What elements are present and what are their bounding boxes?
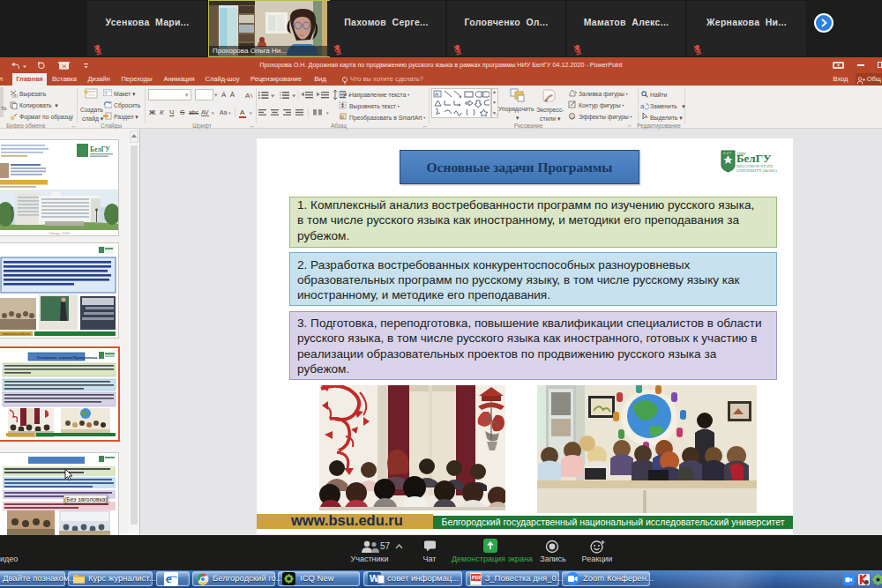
svg-text:www.bsu.edu.ru: www.bsu.edu.ru: [2, 331, 30, 336]
svg-text:а: а: [640, 102, 645, 110]
svg-text:Основные задачи Программы: Основные задачи Программы: [37, 355, 97, 360]
svg-text:UNIVERSITY (BelSU): UNIVERSITY (BelSU): [736, 168, 777, 173]
svg-text:A: A: [435, 92, 438, 97]
svg-text:БелГУ: БелГУ: [736, 152, 772, 165]
svg-text:БелГУ: БелГУ: [90, 145, 110, 153]
svg-text:А: А: [344, 92, 348, 98]
svg-text:А: А: [245, 92, 250, 100]
svg-text:«Звезда, 2016»: «Звезда, 2016»: [49, 232, 71, 235]
svg-text:БелГУ: БелГУ: [723, 152, 732, 155]
